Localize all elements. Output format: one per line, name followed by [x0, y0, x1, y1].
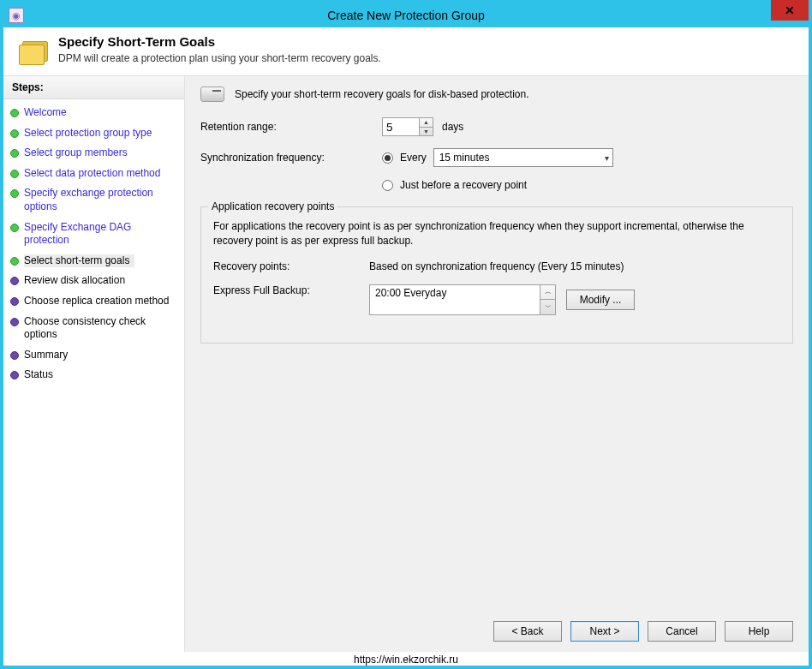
steps-list: WelcomeSelect protection group typeSelec… — [3, 99, 184, 389]
step-label[interactable]: Select data protection method — [24, 167, 160, 181]
step-bullet-icon — [10, 297, 19, 306]
retention-label: Retention range: — [200, 121, 382, 133]
step-label[interactable]: Select protection group type — [24, 127, 152, 140]
step-bullet-icon — [10, 277, 19, 285]
content-pane: Specify your short-term recovery goals f… — [185, 76, 809, 652]
close-icon: ✕ — [785, 3, 795, 17]
step-bullet-icon — [10, 149, 19, 158]
step-label: Summary — [24, 349, 68, 362]
modify-button[interactable]: Modify ... — [566, 290, 635, 310]
step-bullet-icon — [10, 351, 19, 360]
efb-label: Express Full Backup: — [213, 284, 369, 315]
sync-interval-value: 15 minutes — [439, 152, 490, 164]
sidebar-step: Review disk allocation — [9, 271, 179, 291]
sync-row: Synchronization frequency: Every 15 minu… — [200, 148, 793, 167]
step-label[interactable]: Welcome — [24, 106, 67, 120]
spinner-down-icon[interactable]: ▼ — [420, 128, 433, 136]
intro-text: Specify your short-term recovery goals f… — [235, 88, 528, 100]
step-bullet-icon — [10, 257, 19, 266]
retention-unit: days — [442, 121, 463, 133]
sync-before-row: Just before a recovery point — [382, 179, 793, 191]
retention-input[interactable] — [382, 117, 420, 136]
window-title: Create New Protection Group — [3, 9, 809, 22]
sidebar-step[interactable]: Select protection group type — [9, 123, 179, 144]
step-label: Status — [24, 368, 53, 382]
step-label: Select short-term goals — [24, 254, 134, 268]
source-url: https://win.ekzorchik.ru — [3, 652, 809, 666]
rp-label: Recovery points: — [213, 260, 369, 272]
sync-label: Synchronization frequency: — [200, 152, 382, 164]
step-bullet-icon — [10, 224, 19, 232]
folder-icon — [17, 38, 48, 65]
dialog-window: ◉ Create New Protection Group ✕ Specify … — [0, 0, 812, 669]
steps-heading: Steps: — [3, 76, 184, 99]
cancel-button[interactable]: Cancel — [648, 621, 716, 642]
steps-sidebar: Steps: WelcomeSelect protection group ty… — [3, 76, 185, 652]
rp-value: Based on synchronization frequency (Ever… — [369, 260, 624, 272]
efb-row: Express Full Backup: 20:00 Everyday ︿ ﹀ … — [213, 284, 780, 315]
titlebar: ◉ Create New Protection Group ✕ — [3, 3, 809, 27]
radio-every-label: Every — [400, 152, 427, 164]
sidebar-step: Status — [9, 365, 179, 385]
step-bullet-icon — [10, 318, 19, 326]
sidebar-step: Summary — [9, 345, 179, 366]
header-text: Specify Short-Term Goals DPM will create… — [58, 34, 381, 65]
sidebar-step: Select short-term goals — [9, 251, 179, 272]
retention-spinner[interactable]: ▲ ▼ — [420, 117, 433, 136]
radio-before-label: Just before a recovery point — [400, 179, 527, 191]
step-label: Review disk allocation — [24, 274, 125, 288]
efb-value: 20:00 Everyday — [370, 285, 540, 314]
intro-row: Specify your short-term recovery goals f… — [200, 87, 793, 102]
body: Steps: WelcomeSelect protection group ty… — [3, 76, 809, 652]
back-button[interactable]: < Back — [493, 621, 562, 642]
step-label: Choose replica creation method — [24, 295, 169, 308]
sidebar-step[interactable]: Specify exchange protection options — [9, 183, 179, 217]
step-bullet-icon — [10, 371, 19, 379]
help-button[interactable]: Help — [725, 621, 793, 642]
retention-row: Retention range: ▲ ▼ days — [200, 117, 793, 136]
step-label[interactable]: Specify exchange protection options — [24, 187, 177, 213]
step-bullet-icon — [10, 109, 19, 117]
close-button[interactable]: ✕ — [771, 0, 809, 21]
radio-every[interactable] — [382, 152, 393, 164]
sidebar-step: Choose consistency check options — [9, 312, 179, 345]
page-subtitle: DPM will create a protection plan using … — [58, 52, 381, 64]
efb-listbox[interactable]: 20:00 Everyday ︿ ﹀ — [369, 284, 556, 315]
app-icon: ◉ — [9, 8, 24, 23]
sidebar-step[interactable]: Select data protection method — [9, 164, 179, 184]
efb-spinner[interactable]: ︿ ﹀ — [540, 285, 555, 314]
step-label: Choose consistency check options — [24, 315, 177, 342]
sidebar-step[interactable]: Welcome — [9, 103, 179, 123]
footer-buttons: < Back Next > Cancel Help — [185, 612, 809, 652]
sidebar-step: Choose replica creation method — [9, 291, 179, 312]
chevron-down-icon: ▾ — [605, 153, 609, 163]
rp-row: Recovery points: Based on synchronizatio… — [213, 260, 780, 272]
group-desc: For applications the recovery point is a… — [213, 219, 780, 248]
page-header: Specify Short-Term Goals DPM will create… — [3, 27, 809, 76]
sidebar-step[interactable]: Specify Exchange DAG protection — [9, 218, 179, 251]
step-bullet-icon — [10, 189, 19, 198]
radio-before[interactable] — [382, 180, 393, 191]
disk-icon — [200, 87, 224, 102]
step-bullet-icon — [10, 129, 19, 138]
efb-down-icon[interactable]: ﹀ — [540, 300, 555, 314]
spinner-up-icon[interactable]: ▲ — [420, 118, 433, 128]
step-label[interactable]: Specify Exchange DAG protection — [24, 221, 177, 248]
group-title: Application recovery points — [208, 200, 337, 212]
step-label[interactable]: Select group members — [24, 146, 128, 160]
sync-interval-select[interactable]: 15 minutes ▾ — [433, 148, 613, 167]
next-button[interactable]: Next > — [570, 621, 639, 642]
step-bullet-icon — [10, 170, 19, 178]
recovery-points-group: Application recovery points For applicat… — [200, 206, 793, 343]
page-title: Specify Short-Term Goals — [58, 34, 381, 49]
sidebar-step[interactable]: Select group members — [9, 143, 179, 164]
efb-up-icon[interactable]: ︿ — [540, 285, 555, 301]
client-area: Specify Short-Term Goals DPM will create… — [3, 27, 809, 666]
